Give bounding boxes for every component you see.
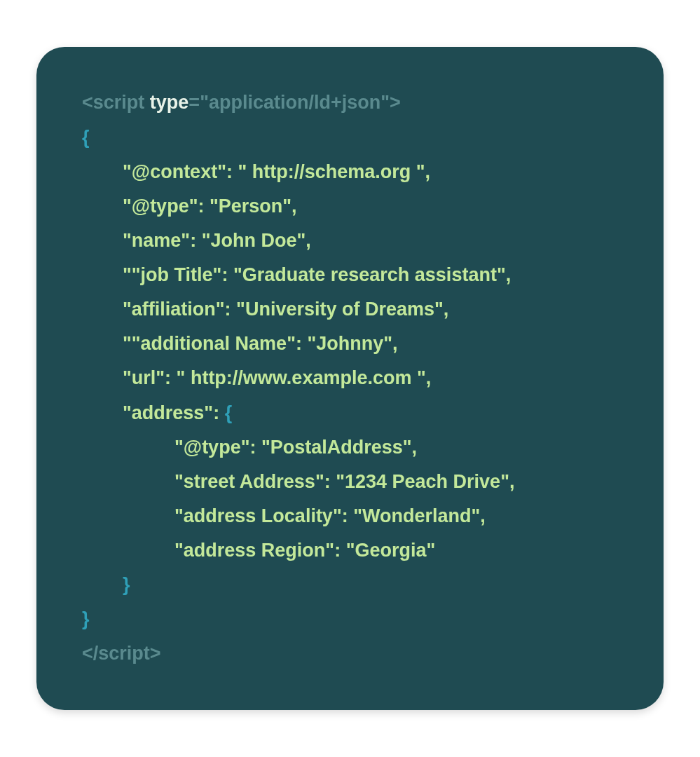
brace-open-inner: { (225, 402, 233, 423)
json-line: "name": "John Doe", (82, 224, 311, 258)
json-line: "url": " http://www.example.com ", (82, 361, 431, 395)
brace-close-inner: } (82, 568, 130, 602)
close-tag-close-bracket: > (150, 643, 161, 664)
json-line: ""additional Name": "Johnny", (82, 327, 398, 361)
json-line: "affiliation": "University of Dreams", (82, 292, 448, 327)
open-bracket: < (82, 92, 93, 113)
json-line-nested: "@type": "PostalAddress", (82, 430, 417, 465)
json-line: "@type": "Person", (82, 189, 297, 224)
address-key: "address": (123, 402, 225, 423)
json-line-nested: "address Region": "Georgia" (82, 533, 435, 568)
json-line-nested: "street Address": "1234 Peach Drive", (82, 465, 514, 499)
tag-name-open: script (93, 92, 145, 113)
attr-value: "application/ld+json" (200, 92, 390, 113)
close-tag-open-bracket: </ (82, 643, 98, 664)
brace-close-outer: } (82, 608, 90, 629)
attr-name: type (144, 92, 188, 113)
json-line: "@context": " http://schema.org ", (82, 155, 430, 189)
brace-open-outer: { (82, 127, 90, 148)
json-line: ""job Title": "Graduate research assista… (82, 258, 511, 292)
attr-equals: = (188, 92, 200, 113)
json-line-nested: "address Locality": "Wonderland", (82, 499, 486, 533)
code-content: <script type="application/ld+json"> { "@… (82, 86, 629, 671)
tag-name-close: script (98, 643, 150, 664)
code-block: <script type="application/ld+json"> { "@… (36, 47, 664, 709)
close-bracket: > (390, 92, 401, 113)
